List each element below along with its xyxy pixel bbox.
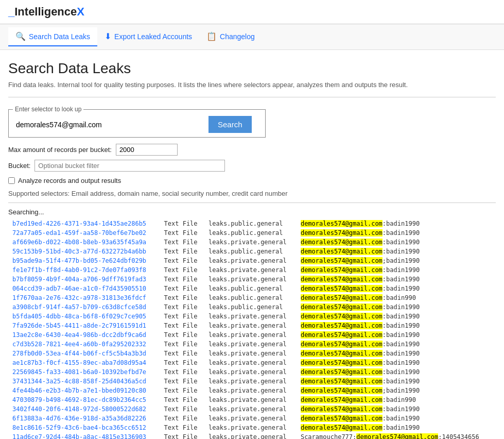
result-hash[interactable]: a3908cbf-914f-4a57-b709-c63d8cfce58d (8, 302, 160, 312)
result-match: demorales574@gmail.com:badin1990 (297, 358, 496, 367)
table-row: c7d3b528-7821-4ee4-a60b-0fa295202332Text… (8, 340, 496, 349)
search-button[interactable]: Search (208, 116, 252, 133)
result-hash[interactable]: b7bf8059-4b9f-404a-a706-9dff7619fad3 (8, 275, 160, 284)
table-row: 47030879-b498-4692-81ec-dc89b2364cc5Text… (8, 395, 496, 404)
match-highlight: demorales574@gmail.com (301, 378, 383, 385)
result-match: demorales574@gmail.com:badin1990 (297, 349, 496, 358)
result-type: Text File (160, 414, 204, 423)
result-hash[interactable]: 3402f440-20f6-4148-972d-58000522d682 (8, 404, 160, 414)
match-highlight: demorales574@gmail.com (356, 433, 438, 439)
selector-fieldset: Enter selector to look up Search (8, 106, 266, 138)
selector-section: Enter selector to look up Search (8, 106, 496, 138)
table-row: 3402f440-20f6-4148-972d-58000522d682Text… (8, 404, 496, 414)
result-hash[interactable]: fe1e7f1b-ff8d-4ab0-91c2-7de07fa093f8 (8, 265, 160, 275)
result-hash[interactable]: 064ccd39-adb7-46ae-a1c0-f7d435905510 (8, 284, 160, 293)
result-bucket: leaks.public.general (204, 302, 297, 312)
result-type: Text File (160, 238, 204, 247)
result-type: Text File (160, 340, 204, 349)
match-highlight: demorales574@gmail.com (301, 396, 383, 403)
result-type: Text File (160, 219, 204, 228)
nav: 🔍 Search Data Leaks ⬇ Export Leaked Acco… (0, 24, 504, 50)
analyze-checkbox[interactable] (8, 177, 15, 184)
supported-selectors: Supported selectors: Email address, doma… (8, 190, 496, 197)
page-title: Search Data Leaks (8, 60, 496, 77)
match-highlight: demorales574@gmail.com (301, 285, 383, 292)
result-match: demorales574@gmail.com:badin1990 (297, 302, 496, 312)
nav-search-data-leaks[interactable]: 🔍 Search Data Leaks (8, 27, 97, 46)
match-highlight: demorales574@gmail.com (301, 322, 383, 329)
result-hash[interactable]: 6f13883a-4d76-436e-918d-a35a36d82226 (8, 414, 160, 423)
result-hash[interactable]: 13ae2c8e-6430-4ea4-986b-dcc2dbf9ca6d (8, 330, 160, 340)
result-type: Text File (160, 265, 204, 275)
result-hash[interactable]: 1f7670aa-2e76-432c-a978-31813e36fdcf (8, 293, 160, 302)
result-bucket: leaks.private.general (204, 386, 297, 395)
bucket-row: Bucket: (8, 160, 496, 172)
match-highlight: demorales574@gmail.com (301, 415, 383, 422)
result-bucket: leaks.private.general (204, 432, 297, 439)
result-match: demorales574@gmail.com:badin1990 (297, 275, 496, 284)
match-highlight: demorales574@gmail.com (301, 406, 383, 413)
table-row: af669e6b-d022-4b08-b8eb-93a635f45a9aText… (8, 238, 496, 247)
nav-export-leaked-accounts[interactable]: ⬇ Export Leaked Accounts (97, 27, 199, 46)
table-row: 8e1c8616-52f9-43c6-bae4-bca365cc6512Text… (8, 423, 496, 432)
results-table: b7ed19ed-4226-4371-93a4-1d435ae286b5Text… (8, 219, 496, 439)
match-highlight: demorales574@gmail.com (301, 229, 383, 237)
result-hash[interactable]: b5fda405-4dbb-48ca-b6f8-6f029c7ce905 (8, 312, 160, 321)
table-row: 064ccd39-adb7-46ae-a1c0-f7d435905510Text… (8, 284, 496, 293)
result-hash[interactable]: 59c153b9-51bd-40c3-a77d-632272b4a6bb (8, 247, 160, 256)
match-highlight: demorales574@gmail.com (301, 266, 383, 274)
result-hash[interactable]: b7ed19ed-4226-4371-93a4-1d435ae286b5 (8, 219, 160, 228)
result-hash[interactable]: 47030879-b498-4692-81ec-dc89b2364cc5 (8, 395, 160, 404)
result-match: demorales574@gmail.com:badin990 (297, 293, 496, 302)
result-match: demorales574@gmail.com:badin1990 (297, 238, 496, 247)
result-match: demorales574@gmail.com:badin1990 (297, 414, 496, 423)
analyze-row: Analyze records and output results (8, 177, 496, 184)
result-hash[interactable]: b95ade9a-51f4-477b-bd05-7e624dbf029b (8, 256, 160, 265)
table-row: 72a77a05-eda1-459f-aa58-70bef6e7be02Text… (8, 228, 496, 238)
page-description: Find data leaks. Internal tool for quali… (8, 81, 496, 89)
main-content: Search Data Leaks Find data leaks. Inter… (0, 50, 504, 439)
table-row: 4fe44b46-e2b3-4b7b-a7e1-bbed09120c80Text… (8, 386, 496, 395)
result-hash[interactable]: 11ad6ce7-92d4-484b-a8ac-4815e3136903 (8, 432, 160, 439)
result-hash[interactable]: af669e6b-d022-4b08-b8eb-93a635f45a9a (8, 238, 160, 247)
selector-legend: Enter selector to look up (13, 106, 83, 113)
selector-input[interactable] (13, 119, 208, 131)
match-highlight: demorales574@gmail.com (301, 387, 383, 394)
table-row: 37431344-3a25-4c88-858f-25d40436a5cdText… (8, 377, 496, 386)
result-type: Text File (160, 377, 204, 386)
result-hash[interactable]: 37431344-3a25-4c88-858f-25d40436a5cd (8, 377, 160, 386)
table-row: a3908cbf-914f-4a57-b709-c63d8cfce58dText… (8, 302, 496, 312)
result-match: demorales574@gmail.com:badin1990 (297, 312, 496, 321)
bucket-input[interactable] (34, 160, 225, 172)
result-type: Text File (160, 349, 204, 358)
result-match: demorales574@gmail.com:badin1990 (297, 321, 496, 330)
result-bucket: leaks.public.general (204, 228, 297, 238)
match-highlight: demorales574@gmail.com (301, 294, 383, 301)
result-hash[interactable]: 8e1c8616-52f9-43c6-bae4-bca365cc6512 (8, 423, 160, 432)
result-hash[interactable]: 4fe44b46-e2b3-4b7b-a7e1-bbed09120c80 (8, 386, 160, 395)
result-hash[interactable]: 22569845-fa33-4081-b6a0-10392befbd7e (8, 367, 160, 377)
result-hash[interactable]: c7d3b528-7821-4ee4-a60b-0fa295202332 (8, 340, 160, 349)
table-row: 59c153b9-51bd-40c3-a77d-632272b4a6bbText… (8, 247, 496, 256)
match-highlight: demorales574@gmail.com (301, 303, 383, 311)
result-match: demorales574@gmail.com:badin1990 (297, 247, 496, 256)
result-type: Text File (160, 302, 204, 312)
result-hash[interactable]: 278fb0d0-53ea-4f44-b06f-cf5c5b4a3b3d (8, 349, 160, 358)
result-hash[interactable]: ae1c87b3-f0cf-4155-89ec-aba7d08d95a4 (8, 358, 160, 367)
result-match: demorales574@gmail.com:badin1990 (297, 423, 496, 432)
result-match: demorales574@gmail.com:badin990 (297, 395, 496, 404)
result-type: Text File (160, 404, 204, 414)
result-hash[interactable]: 7fa926de-5b45-4411-a8de-2c79161591d1 (8, 321, 160, 330)
result-bucket: leaks.private.general (204, 377, 297, 386)
match-highlight: demorales574@gmail.com (301, 239, 383, 246)
search-icon: 🔍 (15, 31, 26, 41)
max-records-input[interactable] (116, 144, 178, 156)
result-type: Text File (160, 284, 204, 293)
table-row: ae1c87b3-f0cf-4155-89ec-aba7d08d95a4Text… (8, 358, 496, 367)
nav-changelog[interactable]: 📋 Changelog (199, 27, 262, 46)
table-row: fe1e7f1b-ff8d-4ab0-91c2-7de07fa093f8Text… (8, 265, 496, 275)
result-hash[interactable]: 72a77a05-eda1-459f-aa58-70bef6e7be02 (8, 228, 160, 238)
result-bucket: leaks.public.general (204, 247, 297, 256)
max-records-label: Max amount of records per bucket: (8, 146, 112, 154)
match-highlight: demorales574@gmail.com (301, 331, 383, 339)
